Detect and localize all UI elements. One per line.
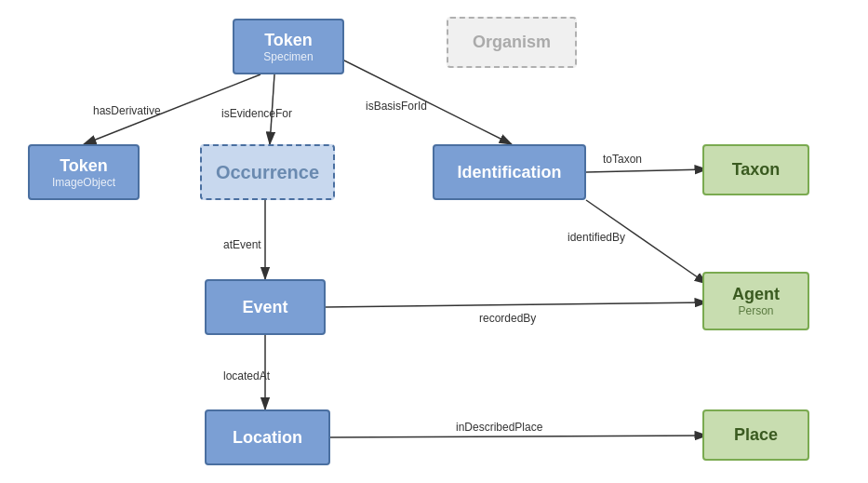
node-location: Location — [205, 409, 330, 465]
organism-label: Organism — [473, 33, 551, 52]
svg-line-4 — [586, 169, 707, 172]
token-specimen-label: Token — [264, 31, 313, 50]
token-specimen-sublabel: Specimen — [263, 50, 313, 63]
node-token-specimen: Token Specimen — [233, 19, 344, 74]
occurrence-label: Occurrence — [216, 162, 319, 183]
token-image-sublabel: ImageObject — [52, 176, 115, 189]
place-label: Place — [734, 425, 778, 445]
node-token-image: Token ImageObject — [28, 144, 140, 200]
svg-line-7 — [326, 302, 707, 307]
node-occurrence: Occurrence — [200, 144, 335, 200]
agent-label: Agent — [732, 285, 780, 304]
token-image-label: Token — [60, 156, 108, 176]
edge-label-identifiedby: identifiedBy — [568, 231, 625, 244]
edge-label-indescribedplace: inDescribedPlace — [456, 421, 542, 434]
edge-label-recordedby: recordedBy — [479, 312, 536, 325]
location-label: Location — [233, 428, 302, 448]
node-place: Place — [702, 409, 809, 461]
node-identification: Identification — [433, 144, 586, 200]
identification-label: Identification — [458, 163, 562, 182]
event-label: Event — [242, 298, 287, 317]
taxon-label: Taxon — [732, 160, 781, 180]
svg-line-9 — [326, 436, 707, 437]
node-taxon: Taxon — [702, 144, 809, 195]
node-organism: Organism — [447, 17, 577, 68]
edge-label-hasderivative: hasDerivative — [93, 104, 161, 117]
agent-sublabel: Person — [738, 304, 773, 317]
edge-label-atevent: atEvent — [223, 238, 261, 251]
edge-label-isevidencefor: isEvidenceFor — [221, 107, 292, 120]
node-event: Event — [205, 279, 326, 335]
edge-label-isbasisforid: isBasisForId — [366, 100, 427, 113]
edge-label-locatedat: locatedAt — [223, 369, 270, 382]
diagram: Token Specimen Organism Token ImageObjec… — [0, 0, 868, 483]
edge-label-totaxon: toTaxon — [603, 153, 642, 166]
node-agent: Agent Person — [702, 272, 809, 330]
